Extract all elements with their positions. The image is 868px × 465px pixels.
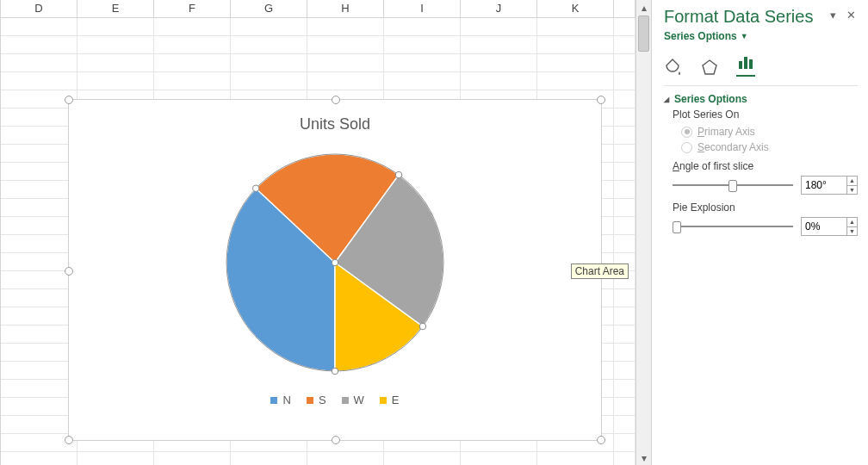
scroll-up-icon[interactable]: ▴: [636, 0, 651, 15]
pane-window-controls[interactable]: ▾ ✕: [830, 9, 859, 22]
spreadsheet: DEFGHIJK Units Sold NSWE Chart Area: [0, 0, 636, 465]
plot-series-on-label: Plot Series On: [673, 108, 858, 121]
slider-knob[interactable]: [728, 180, 737, 192]
chevron-down-icon: ▼: [741, 32, 748, 40]
effects-icon[interactable]: [700, 58, 719, 77]
angle-value-field[interactable]: [802, 177, 846, 194]
column-header-E[interactable]: E: [78, 0, 154, 17]
slice-handle-center[interactable]: [332, 259, 338, 265]
collapse-icon: ◢: [664, 96, 669, 103]
resize-handle-br[interactable]: [597, 436, 605, 444]
explosion-slider[interactable]: [673, 219, 793, 234]
slider-knob[interactable]: [673, 221, 681, 233]
resize-handle-ml[interactable]: [65, 267, 73, 276]
explosion-value-field[interactable]: [802, 218, 846, 235]
scroll-down-icon[interactable]: ▾: [636, 450, 651, 465]
resize-handle-tm[interactable]: [332, 96, 340, 104]
legend-item-N[interactable]: N: [270, 394, 290, 406]
primary-axis-radio: Primary Axis: [681, 126, 858, 138]
resize-handle-tr[interactable]: [597, 96, 605, 104]
spin-down-icon[interactable]: ▼: [847, 186, 857, 195]
column-header-K[interactable]: K: [537, 0, 614, 17]
spin-down-icon[interactable]: ▼: [847, 227, 857, 236]
pie-explosion-label: Pie Explosion: [673, 202, 858, 214]
legend-swatch: [307, 397, 313, 404]
column-header-I[interactable]: I: [384, 0, 461, 17]
spin-up-icon[interactable]: ▲: [847, 177, 857, 186]
slice-handle[interactable]: [395, 171, 401, 177]
vertical-scrollbar[interactable]: ▴ ▾: [636, 0, 652, 465]
svg-rect-3: [744, 57, 747, 69]
angle-value-input[interactable]: ▲ ▼: [801, 176, 858, 195]
chart-title[interactable]: Units Sold: [69, 115, 601, 133]
radio-dot-icon: [681, 127, 692, 138]
resize-handle-bl[interactable]: [65, 436, 73, 444]
slice-handle[interactable]: [332, 368, 338, 374]
column-header-J[interactable]: J: [461, 0, 537, 17]
column-header-F[interactable]: F: [154, 0, 231, 17]
category-label: Series Options: [674, 93, 747, 105]
column-header-D[interactable]: D: [1, 0, 78, 17]
chart-object[interactable]: Units Sold NSWE: [68, 99, 602, 441]
column-header-G[interactable]: G: [231, 0, 307, 17]
angle-slider[interactable]: [673, 177, 793, 193]
series-options-icon[interactable]: [736, 53, 755, 77]
svg-rect-2: [739, 61, 742, 69]
fill-and-line-icon[interactable]: [664, 58, 683, 77]
explosion-value-input[interactable]: ▲ ▼: [801, 217, 858, 236]
legend-swatch: [270, 397, 277, 404]
resize-handle-bm[interactable]: [332, 436, 340, 444]
radio-dot-icon: [681, 142, 692, 153]
legend-swatch: [380, 397, 387, 404]
legend-item-W[interactable]: W: [342, 394, 364, 406]
chart-legend[interactable]: NSWE: [69, 394, 601, 406]
series-options-dropdown-label: Series Options: [664, 30, 737, 42]
secondary-axis-radio: Secondary Axis: [681, 141, 858, 153]
format-data-series-pane: ▾ ✕ Format Data Series Series Options ▼ …: [652, 0, 868, 465]
legend-swatch: [342, 397, 349, 404]
svg-rect-4: [749, 59, 753, 69]
spin-up-icon[interactable]: ▲: [847, 218, 857, 227]
series-options-dropdown[interactable]: Series Options ▼: [664, 30, 858, 42]
angle-of-first-slice-label: Angle of first slice: [673, 160, 858, 172]
resize-handle-tl[interactable]: [65, 96, 73, 104]
series-options-category[interactable]: ◢ Series Options: [664, 93, 858, 105]
legend-item-E[interactable]: E: [380, 394, 400, 406]
slice-handle[interactable]: [419, 323, 425, 329]
pie-chart[interactable]: [214, 142, 456, 383]
svg-marker-1: [703, 60, 716, 74]
scroll-thumb[interactable]: [638, 16, 649, 52]
chart-area-tooltip: Chart Area: [571, 264, 629, 279]
pane-title: Format Data Series: [664, 7, 858, 27]
column-header-H[interactable]: H: [307, 0, 384, 17]
column-headers: DEFGHIJK: [1, 0, 636, 18]
legend-item-S[interactable]: S: [307, 394, 326, 406]
slice-handle[interactable]: [252, 185, 258, 191]
